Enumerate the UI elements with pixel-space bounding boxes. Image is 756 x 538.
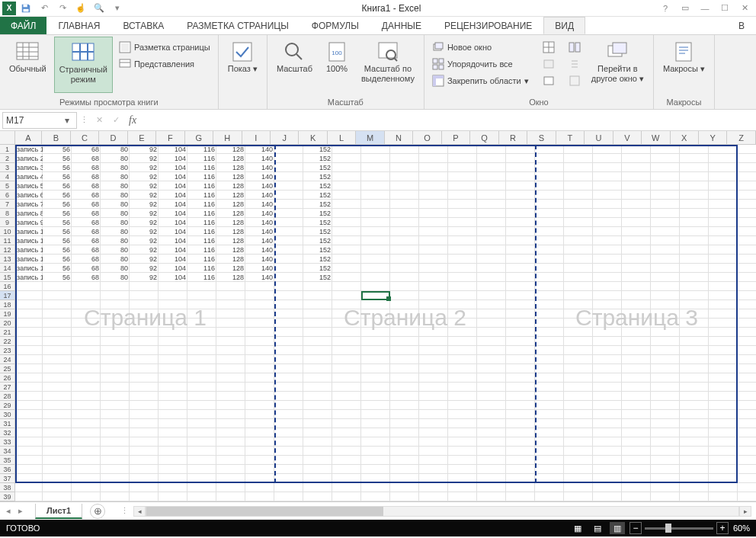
col-header-H[interactable]: H xyxy=(213,131,242,144)
cell-E7[interactable]: 92 xyxy=(130,200,159,209)
cell-D12[interactable]: 80 xyxy=(101,245,130,255)
cell-G10[interactable]: 116 xyxy=(187,227,216,236)
view-layout-status[interactable]: ▤ xyxy=(590,522,605,534)
cell-E15[interactable]: 92 xyxy=(130,273,159,282)
cell-D11[interactable]: 80 xyxy=(101,236,130,245)
col-header-Y[interactable]: Y xyxy=(699,131,727,144)
cell-F6[interactable]: 104 xyxy=(159,191,187,200)
cell-K8[interactable]: 152 xyxy=(303,209,332,218)
cell-G13[interactable]: 116 xyxy=(187,255,216,264)
cell-G3[interactable]: 116 xyxy=(187,163,216,172)
col-header-D[interactable]: D xyxy=(99,131,127,144)
row-header-1[interactable]: 1 xyxy=(0,145,15,154)
cell-I7[interactable]: 140 xyxy=(245,200,274,209)
cell-G14[interactable]: 116 xyxy=(187,264,216,273)
row-header-30[interactable]: 30 xyxy=(0,410,15,419)
cell-G7[interactable]: 116 xyxy=(187,200,216,209)
row-header-10[interactable]: 10 xyxy=(0,227,15,236)
cell-K6[interactable]: 152 xyxy=(303,191,332,200)
col-header-O[interactable]: O xyxy=(413,131,441,144)
row-header-12[interactable]: 12 xyxy=(0,245,15,255)
tab-insert[interactable]: ВСТАВКА xyxy=(111,17,175,34)
cell-G9[interactable]: 116 xyxy=(187,218,216,227)
cell-K3[interactable]: 152 xyxy=(303,163,332,172)
row-header-17[interactable]: 17 xyxy=(0,291,15,300)
touch-button[interactable]: ☝ xyxy=(72,1,89,16)
freeze-panes-button[interactable]: Закрепить области ▾ xyxy=(429,73,532,88)
sync-scroll-button[interactable] xyxy=(565,56,584,72)
cell-B10[interactable]: 56 xyxy=(43,227,72,236)
cell-C12[interactable]: 68 xyxy=(72,245,101,255)
cell-G4[interactable]: 116 xyxy=(187,172,216,181)
cell-K4[interactable]: 152 xyxy=(303,172,332,181)
tab-page-layout[interactable]: РАЗМЕТКА СТРАНИЦЫ xyxy=(175,17,300,34)
row-header-13[interactable]: 13 xyxy=(0,255,15,264)
zoom-slider-track[interactable] xyxy=(645,527,713,530)
zoom-100-button[interactable]: 100 100% xyxy=(320,37,354,93)
cell-F8[interactable]: 104 xyxy=(159,209,187,218)
cell-I1[interactable]: 140 xyxy=(245,145,274,154)
cell-C14[interactable]: 68 xyxy=(72,264,101,273)
cell-F3[interactable]: 104 xyxy=(159,163,187,172)
col-header-M[interactable]: M xyxy=(356,131,384,144)
cell-I13[interactable]: 140 xyxy=(245,255,274,264)
cell-A3[interactable]: запись 3 xyxy=(15,163,43,172)
cell-D13[interactable]: 80 xyxy=(101,255,130,264)
col-header-X[interactable]: X xyxy=(671,131,699,144)
cell-F9[interactable]: 104 xyxy=(159,218,187,227)
zoom-slider-thumb[interactable] xyxy=(665,524,671,533)
cell-A1[interactable]: запись 1 xyxy=(15,145,43,154)
cell-C7[interactable]: 68 xyxy=(72,200,101,209)
switch-windows-button[interactable]: Перейти в другое окно ▾ xyxy=(587,37,649,93)
row-header-29[interactable]: 29 xyxy=(0,401,15,410)
cell-H10[interactable]: 128 xyxy=(216,227,245,236)
cell-D1[interactable]: 80 xyxy=(101,145,130,154)
row-header-37[interactable]: 37 xyxy=(0,474,15,483)
row-header-4[interactable]: 4 xyxy=(0,172,15,181)
formula-input[interactable] xyxy=(141,112,756,129)
cell-F5[interactable]: 104 xyxy=(159,181,187,191)
cell-A14[interactable]: запись 14 xyxy=(15,264,43,273)
row-header-15[interactable]: 15 xyxy=(0,273,15,282)
cell-D14[interactable]: 80 xyxy=(101,264,130,273)
tab-data[interactable]: ДАННЫЕ xyxy=(370,17,433,34)
cell-G5[interactable]: 116 xyxy=(187,181,216,191)
hide-button[interactable] xyxy=(540,56,558,72)
col-header-C[interactable]: C xyxy=(71,131,99,144)
cell-F13[interactable]: 104 xyxy=(159,255,187,264)
col-header-Z[interactable]: Z xyxy=(727,131,755,144)
maximize-button[interactable]: ☐ xyxy=(716,1,733,16)
macros-button[interactable]: Макросы ▾ xyxy=(658,37,710,93)
hscroll-left[interactable]: ◂ xyxy=(133,506,146,517)
cell-C11[interactable]: 68 xyxy=(72,236,101,245)
row-header-33[interactable]: 33 xyxy=(0,437,15,447)
cell-I11[interactable]: 140 xyxy=(245,236,274,245)
print-preview-button[interactable]: 🔍 xyxy=(91,1,107,16)
row-header-18[interactable]: 18 xyxy=(0,300,15,309)
cell-A9[interactable]: запись 9 xyxy=(15,218,43,227)
zoom-level[interactable]: 60% xyxy=(733,524,750,533)
col-header-E[interactable]: E xyxy=(128,131,156,144)
view-normal-status[interactable]: ▦ xyxy=(570,522,585,534)
cell-I5[interactable]: 140 xyxy=(245,181,274,191)
cell-B5[interactable]: 56 xyxy=(43,181,72,191)
cell-I10[interactable]: 140 xyxy=(245,227,274,236)
cell-D3[interactable]: 80 xyxy=(101,163,130,172)
cell-K14[interactable]: 152 xyxy=(303,264,332,273)
cell-H7[interactable]: 128 xyxy=(216,200,245,209)
cell-F14[interactable]: 104 xyxy=(159,264,187,273)
reset-pos-button[interactable] xyxy=(565,73,584,88)
col-header-N[interactable]: N xyxy=(385,131,413,144)
cell-H1[interactable]: 128 xyxy=(216,145,245,154)
ribbon-options-button[interactable]: ▭ xyxy=(677,1,694,16)
cell-C4[interactable]: 68 xyxy=(72,172,101,181)
cell-K15[interactable]: 152 xyxy=(303,273,332,282)
cell-E9[interactable]: 92 xyxy=(130,218,159,227)
save-button[interactable] xyxy=(18,1,34,16)
cell-H9[interactable]: 128 xyxy=(216,218,245,227)
split-button[interactable] xyxy=(540,40,558,55)
cell-H12[interactable]: 128 xyxy=(216,245,245,255)
cell-B3[interactable]: 56 xyxy=(43,163,72,172)
hscroll-track[interactable] xyxy=(146,506,739,517)
col-header-F[interactable]: F xyxy=(156,131,184,144)
